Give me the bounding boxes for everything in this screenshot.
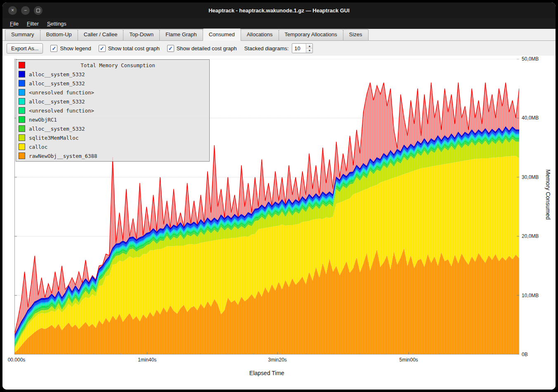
checkbox-box[interactable]: ✓ bbox=[50, 45, 57, 52]
checkbox-label: Show legend bbox=[60, 45, 91, 52]
x-tick-label: 5min00s bbox=[399, 357, 418, 363]
y-axis-title: Memory Consumed bbox=[545, 169, 551, 220]
legend-entry: rawNewObj__system_6388 bbox=[16, 151, 209, 160]
y-tick-label: 40,0MB bbox=[522, 115, 539, 121]
maximize-icon bbox=[36, 9, 40, 12]
tab-top-down[interactable]: Top-Down bbox=[123, 29, 160, 40]
legend-label: alloc__system_5332 bbox=[29, 80, 85, 87]
legend-label: alloc__system_5332 bbox=[29, 99, 85, 105]
legend-swatch bbox=[19, 80, 25, 87]
legend-swatch bbox=[19, 89, 25, 96]
legend-entry: <unresolved function> bbox=[16, 106, 209, 115]
stacked-diagrams-value[interactable]: 10 bbox=[292, 44, 306, 53]
checkbox-label: Show detailed cost graph bbox=[177, 45, 237, 52]
app-window: × − Heaptrack - heaptrack.wakunode.1.gz … bbox=[2, 2, 556, 390]
chart-legend: Total Memory Consumption alloc__system_5… bbox=[16, 59, 210, 162]
checkbox-label: Show total cost graph bbox=[108, 45, 160, 52]
toolbar: Export As... ✓Show legend✓Show total cos… bbox=[2, 41, 556, 56]
legend-label: alloc__system_5332 bbox=[29, 126, 85, 132]
export-as-button[interactable]: Export As... bbox=[7, 43, 43, 54]
legend-entry: alloc__system_5332 bbox=[16, 97, 209, 106]
legend-label: <unresolved function> bbox=[29, 89, 94, 96]
tab-sizes[interactable]: Sizes bbox=[343, 29, 369, 40]
y-tick-label: 10,0MB bbox=[522, 293, 539, 298]
legend-swatch bbox=[19, 98, 25, 105]
legend-swatch bbox=[19, 107, 25, 114]
checkbox-box[interactable]: ✓ bbox=[99, 45, 106, 52]
legend-label: sqlite3MemMalloc bbox=[29, 135, 78, 141]
legend-entry: calloc bbox=[16, 142, 209, 151]
y-tick-label: 0B bbox=[522, 352, 528, 357]
legend-title: Total Memory Consumption bbox=[29, 62, 207, 68]
maximize-button[interactable] bbox=[34, 6, 43, 15]
legend-entry: alloc__system_5332 bbox=[16, 70, 209, 79]
spin-buttons: ▲ ▼ bbox=[306, 44, 312, 53]
legend-title-row: Total Memory Consumption bbox=[16, 61, 209, 70]
legend-label: newObjRC1 bbox=[29, 117, 57, 123]
y-tick-label: 50,0MB bbox=[522, 56, 539, 62]
y-tick-label: 20,0MB bbox=[522, 233, 539, 239]
menu-settings[interactable]: Settings bbox=[43, 19, 71, 28]
window-controls: × − bbox=[8, 6, 43, 15]
tab-temporary-allocations[interactable]: Temporary Allocations bbox=[279, 29, 343, 40]
legend-entry: sqlite3MemMalloc bbox=[16, 133, 209, 142]
legend-entry: alloc__system_5332 bbox=[16, 79, 209, 88]
legend-swatch bbox=[19, 134, 25, 141]
stacked-diagrams-spinbox[interactable]: 10 ▲ ▼ bbox=[292, 43, 313, 53]
x-tick-label: 00.000s bbox=[8, 357, 26, 363]
stacked-diagrams-label: Stacked diagrams: bbox=[244, 45, 289, 52]
tab-bar: SummaryBottom-UpCaller / CalleeTop-DownF… bbox=[2, 29, 556, 41]
checkbox-group: ✓Show legend✓Show total cost graph✓Show … bbox=[50, 45, 236, 52]
menu-filter[interactable]: Filter bbox=[23, 19, 43, 28]
tab-bottom-up[interactable]: Bottom-Up bbox=[40, 29, 78, 40]
legend-label: calloc bbox=[29, 144, 47, 150]
menu-file[interactable]: File bbox=[6, 19, 23, 28]
legend-entries: alloc__system_5332alloc__system_5332<unr… bbox=[16, 70, 209, 160]
legend-entry: newObjRC1 bbox=[16, 115, 209, 124]
x-axis-title: Elapsed Time bbox=[14, 370, 519, 376]
legend-label: alloc__system_5332 bbox=[29, 71, 85, 77]
legend-swatch bbox=[19, 116, 25, 123]
menu-bar: FileFilterSettings bbox=[2, 18, 556, 29]
legend-title-swatch bbox=[19, 62, 25, 68]
legend-swatch bbox=[19, 143, 25, 150]
legend-label: <unresolved function> bbox=[29, 108, 94, 114]
checkbox-box[interactable]: ✓ bbox=[167, 45, 174, 52]
legend-entry: alloc__system_5332 bbox=[16, 124, 209, 133]
legend-swatch bbox=[19, 71, 25, 77]
memory-chart[interactable]: Total Memory Consumption alloc__system_5… bbox=[2, 56, 556, 390]
title-bar: × − Heaptrack - heaptrack.wakunode.1.gz … bbox=[2, 2, 556, 18]
legend-swatch bbox=[19, 125, 25, 132]
legend-label: rawNewObj__system_6388 bbox=[29, 153, 97, 159]
tab-consumed[interactable]: Consumed bbox=[203, 28, 241, 41]
tab-allocations[interactable]: Allocations bbox=[241, 29, 279, 40]
spin-up-button[interactable]: ▲ bbox=[306, 44, 312, 49]
tab-summary[interactable]: Summary bbox=[5, 29, 40, 40]
tab-caller-callee[interactable]: Caller / Callee bbox=[78, 29, 124, 40]
close-button[interactable]: × bbox=[8, 6, 17, 15]
checkbox-show-legend[interactable]: ✓Show legend bbox=[50, 45, 91, 52]
minimize-button[interactable]: − bbox=[21, 6, 30, 15]
spin-down-button[interactable]: ▼ bbox=[306, 49, 312, 53]
x-tick-label: 3min20s bbox=[268, 357, 286, 363]
checkbox-show-detailed-cost-graph[interactable]: ✓Show detailed cost graph bbox=[167, 45, 237, 52]
legend-entry: <unresolved function> bbox=[16, 88, 209, 97]
x-tick-label: 1min40s bbox=[138, 357, 156, 363]
legend-swatch bbox=[19, 153, 25, 159]
window-title: Heaptrack - heaptrack.wakunode.1.gz — He… bbox=[2, 7, 556, 14]
checkbox-show-total-cost-graph[interactable]: ✓Show total cost graph bbox=[99, 45, 160, 52]
y-tick-label: 30,0MB bbox=[522, 174, 539, 180]
tab-flame-graph[interactable]: Flame Graph bbox=[159, 29, 203, 40]
